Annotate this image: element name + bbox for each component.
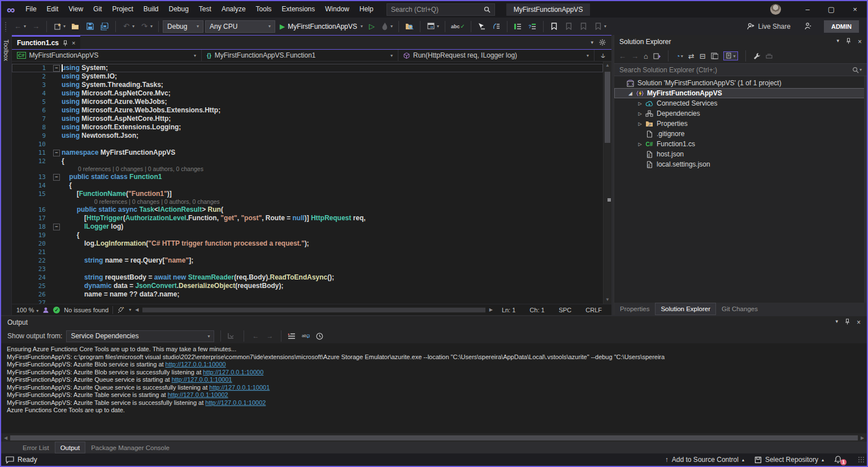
scrollbar-thumb[interactable] (10, 435, 858, 440)
menu-view[interactable]: View (63, 1, 88, 18)
find-in-files-icon[interactable] (405, 21, 414, 31)
bookmarks-dropdown-icon[interactable]: ▾ (604, 24, 606, 29)
tree-scrollbar[interactable] (864, 76, 867, 303)
new-project-dropdown-icon[interactable]: ▾ (63, 24, 66, 29)
document-status-icon[interactable] (42, 307, 49, 313)
se-back-icon[interactable]: ← (619, 52, 626, 60)
solution-platform-select[interactable]: Any CPU▾ (205, 20, 275, 33)
scroll-right-icon[interactable]: ▶ (859, 434, 866, 442)
code-line-8[interactable]: 8using Microsoft.Extensions.Logging; (12, 123, 603, 132)
fold-marker-icon[interactable] (53, 173, 62, 181)
expander-collapsed-icon[interactable]: ▷ (636, 101, 644, 106)
notifications-button[interactable]: 1 (834, 456, 844, 464)
expander-collapsed-icon[interactable]: ▷ (636, 142, 644, 147)
timestamp-icon[interactable] (316, 333, 326, 340)
code-line-26[interactable]: 26 name = name ?? data?.name; (12, 290, 603, 299)
menu-file[interactable]: File (20, 1, 41, 18)
redo-dropdown-icon[interactable]: ▾ (150, 24, 153, 29)
line-ending-indicator[interactable]: CRLF (580, 307, 607, 313)
line-indicator[interactable]: Ln: 1 (497, 307, 520, 313)
account-badge[interactable]: ADMIN (824, 20, 859, 33)
tree-item-myfirstfunctionappvs[interactable]: ◢MyFirstFunctionAppVS (614, 88, 867, 98)
tree-item-properties[interactable]: ▷Properties (614, 119, 867, 129)
pin-icon[interactable] (846, 38, 851, 46)
output-link[interactable]: http://127.0.0.1:10000 (203, 369, 263, 376)
codelens-indicator[interactable]: 0 references | 0 changes | 0 authors, 0 … (62, 198, 220, 206)
undo-icon[interactable]: ↶ (121, 21, 131, 31)
select-repository-button[interactable]: Select Repository ▴ (754, 456, 824, 464)
code-line-23[interactable]: 23 (12, 265, 603, 273)
menu-project[interactable]: Project (107, 1, 138, 18)
toolbox-tab[interactable]: Toolbox (1, 35, 12, 315)
navigate-backward-icon[interactable]: ← (13, 21, 23, 31)
menu-debug[interactable]: Debug (163, 1, 193, 18)
bottom-tab-error-list[interactable]: Error List (17, 442, 55, 453)
navigate-backward-dropdown-icon[interactable]: ▾ (24, 24, 26, 29)
tree-item-gitignore[interactable]: .gitignore (614, 129, 867, 139)
code-line-11[interactable]: 11namespace MyFirstFunctionAppVS (12, 149, 603, 157)
start-without-debugging-icon[interactable]: ▷ (369, 22, 375, 30)
output-link[interactable]: http://127.0.0.1:10001 (209, 384, 270, 391)
code-line-1[interactable]: 1using System; (12, 64, 603, 72)
code-line-19[interactable]: 19 { (12, 231, 603, 239)
code-line-17[interactable]: 17 [HttpTrigger(AuthorizationLevel.Funct… (12, 214, 603, 222)
tree-item-connected-services[interactable]: ▷Connected Services (614, 98, 867, 108)
pin-icon[interactable] (63, 40, 68, 46)
search-options-dropdown-icon[interactable]: ▾ (860, 67, 862, 72)
editor-horizontal-scrollbar[interactable] (142, 307, 485, 313)
code-line-22[interactable]: 22 string name = req.Query["name"]; (12, 256, 603, 265)
find-message-icon[interactable] (227, 333, 237, 339)
show-indent-guides-icon[interactable] (513, 21, 523, 31)
word-wrap-icon[interactable]: ab (302, 333, 312, 339)
menu-build[interactable]: Build (138, 1, 164, 18)
tab-list-dropdown-icon[interactable]: ▾ (591, 40, 593, 45)
add-to-source-control-button[interactable]: ↑ Add to Source Control ▴ (665, 456, 744, 464)
tree-item-function1-cs[interactable]: ▷C#Function1.cs (614, 139, 867, 149)
solution-configuration-select[interactable]: Debug▾ (163, 20, 203, 33)
navigate-cursor-icon[interactable] (477, 21, 487, 31)
menu-analyze[interactable]: Analyze (216, 1, 251, 18)
pending-changes-filter-icon[interactable]: ◔▾ (676, 52, 683, 60)
fold-marker-icon[interactable] (53, 222, 62, 231)
codelens-indicator[interactable]: 0 references | 0 changes | 0 authors, 0 … (62, 165, 203, 173)
toolbar-grip[interactable] (5, 21, 7, 32)
code-line-18[interactable]: 18 ILogger log) (12, 222, 603, 231)
switch-views-icon[interactable] (653, 53, 661, 60)
zoom-select[interactable]: 100 % ▾ (16, 307, 38, 313)
bottom-tab-package-manager-console[interactable]: Package Manager Console (85, 442, 175, 453)
show-all-files-icon[interactable]: ▾ (723, 51, 738, 60)
scroll-left-icon[interactable]: ◀ (2, 434, 9, 442)
output-link[interactable]: http://127.0.0.1:10001 (172, 376, 232, 383)
properties-wrench-icon[interactable] (753, 53, 761, 60)
code-line-4[interactable]: 4using Microsoft.AspNetCore.Mvc; (12, 89, 603, 98)
clear-bookmarks-icon[interactable] (593, 21, 603, 31)
save-all-icon[interactable] (100, 21, 110, 31)
toggle-bookmark-icon[interactable] (549, 21, 559, 31)
close-button[interactable]: × (843, 1, 867, 18)
se-forward-icon[interactable]: → (631, 52, 639, 60)
code-cleanup-button[interactable] (117, 307, 124, 313)
editor-vertical-scrollbar[interactable]: ▲ ▼ (603, 62, 611, 304)
code-line-9[interactable]: 9using Newtonsoft.Json; (12, 132, 603, 140)
new-project-button[interactable]: ▾ (51, 20, 67, 33)
tree-item-host-json[interactable]: {}host.json (614, 149, 867, 159)
issues-label[interactable]: No issues found (64, 307, 108, 313)
global-search-input[interactable]: Search (Ctrl+Q) (387, 3, 495, 16)
code-line-13[interactable]: 13 public static class Function1 (12, 173, 603, 181)
panel-tab-git-changes[interactable]: Git Changes (716, 303, 763, 315)
close-tab-icon[interactable]: × (72, 40, 75, 46)
user-avatar[interactable] (770, 4, 781, 15)
project-dropdown[interactable]: C# MyFirstFunctionAppVS ▾ (12, 50, 202, 61)
close-panel-icon[interactable]: × (858, 38, 862, 46)
editor-options-gear-icon[interactable] (599, 39, 606, 46)
live-share-button[interactable]: Live Share (747, 23, 791, 30)
output-log[interactable]: Ensuring Azure Functions Core Tools are … (1, 343, 867, 433)
expander-expanded-icon[interactable]: ◢ (626, 91, 635, 96)
code-editor[interactable]: 1using System;2using System.IO;3using Sy… (12, 62, 611, 304)
se-home-icon[interactable]: ⌂ (644, 52, 648, 60)
column-indicator[interactable]: Ch: 1 (524, 307, 549, 313)
collapse-all-icon[interactable]: ⊟ (700, 52, 706, 60)
window-position-dropdown-icon[interactable]: ▾ (835, 318, 838, 326)
code-line-14[interactable]: 14 { (12, 181, 603, 190)
solution-explorer-search-input[interactable]: Search Solution Explorer (Ctrl+;) ▾ (614, 63, 867, 76)
